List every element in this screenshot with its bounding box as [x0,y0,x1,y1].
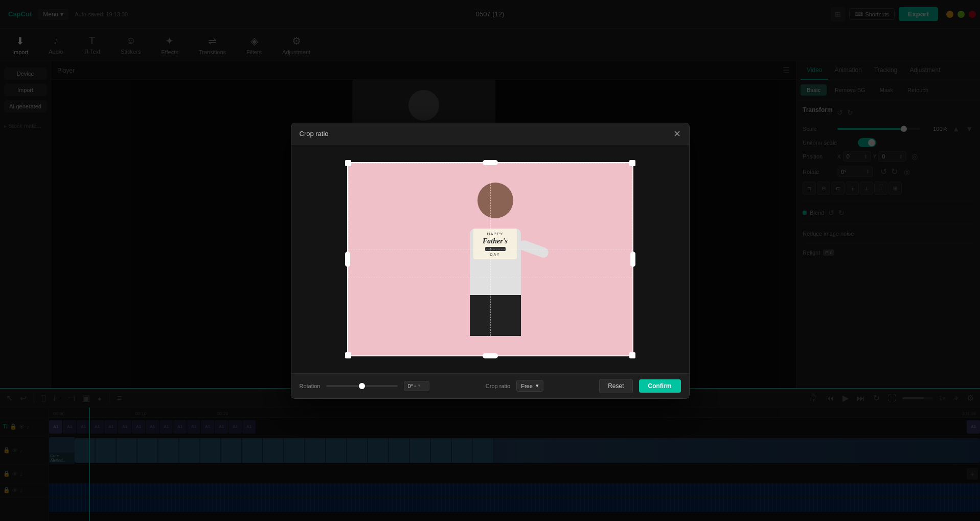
rotation-slider[interactable] [326,385,398,387]
crop-handle-bl[interactable] [345,352,351,358]
modal-content: HAPPY Father's DAY [291,145,689,373]
crop-container: HAPPY Father's DAY [347,162,633,356]
crop-handle-bm[interactable] [483,353,498,358]
rotation-thumb[interactable] [359,383,365,389]
modal-overlay: Crop ratio ✕ HAPPY Father's DAY [0,0,980,521]
crop-ratio-label: Crop ratio [486,383,510,389]
crop-inner-box [348,163,632,279]
reset-button[interactable]: Reset [599,379,632,393]
crop-ratio-select[interactable]: Free ▾ [516,380,543,392]
modal-title: Crop ratio [300,130,329,138]
modal-header: Crop ratio ✕ [291,123,689,145]
modal-footer: Rotation 0° ▲▼ Crop ratio Free ▾ Reset C… [291,373,689,398]
confirm-button[interactable]: Confirm [639,379,681,393]
chevron-down-icon: ▾ [536,382,539,389]
crop-modal: Crop ratio ✕ HAPPY Father's DAY [291,123,690,399]
crop-handle-br[interactable] [629,352,635,358]
rotation-spinner: ▲▼ [413,383,421,388]
rotation-label: Rotation [300,383,321,389]
modal-close-button[interactable]: ✕ [673,129,681,139]
crop-overlay [347,162,633,356]
rotation-value[interactable]: 0° ▲▼ [404,381,429,391]
